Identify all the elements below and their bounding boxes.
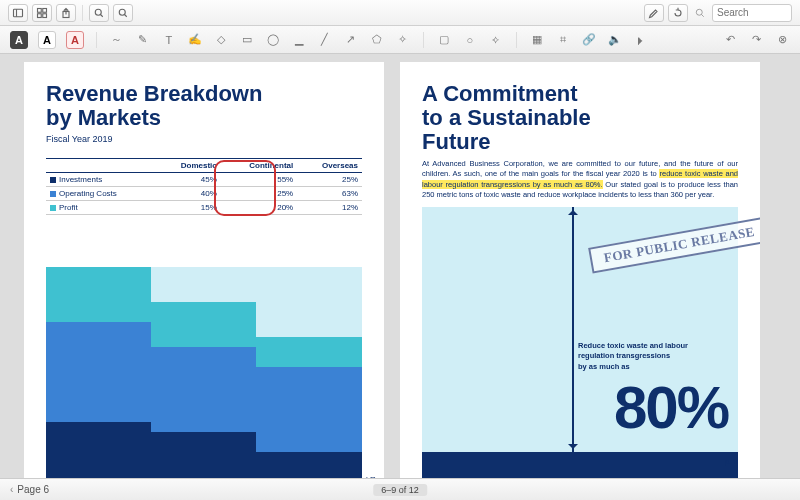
- note-tool-icon[interactable]: ▭: [239, 32, 255, 48]
- svg-rect-4: [38, 13, 42, 17]
- line-tool-icon[interactable]: ╱: [317, 32, 333, 48]
- revenue-table: DomesticContinentalOverseas Investments4…: [46, 158, 362, 215]
- sketch-tool-icon[interactable]: ～: [109, 32, 125, 48]
- star-tool-icon[interactable]: ✧: [395, 32, 411, 48]
- infographic-caption: Reduce toxic waste and labourregulation …: [578, 341, 728, 373]
- page-left: Revenue Breakdownby Markets Fiscal Year …: [24, 62, 384, 478]
- table-row: Investments45%55%25%: [46, 173, 362, 187]
- close-markup-button[interactable]: ⊗: [774, 32, 790, 48]
- rotate-button[interactable]: [668, 4, 688, 22]
- table-row: Profit15%20%12%: [46, 201, 362, 215]
- search-input[interactable]: [712, 4, 792, 22]
- svg-rect-3: [43, 8, 47, 12]
- status-bar: ‹ Page 6 6–9 of 12: [0, 478, 800, 500]
- stacked-area-chart: [46, 267, 362, 478]
- polygon-tool-icon[interactable]: ⬠: [369, 32, 385, 48]
- page-number: p. 9: [725, 457, 738, 466]
- arrow-indicator: [572, 207, 574, 452]
- text-strike-button[interactable]: A: [66, 31, 84, 49]
- rect-select-icon[interactable]: ▢: [436, 32, 452, 48]
- arrow-tool-icon[interactable]: ↗: [343, 32, 359, 48]
- redo-button[interactable]: ↷: [748, 32, 764, 48]
- svg-point-7: [95, 9, 101, 15]
- crop-tool-icon[interactable]: ⌗: [555, 32, 571, 48]
- highlight-tool-icon[interactable]: ▁: [291, 32, 307, 48]
- table-row: Operating Costs40%25%63%: [46, 187, 362, 201]
- svg-line-10: [125, 14, 127, 16]
- search-icon: [692, 5, 708, 21]
- lasso-select-icon[interactable]: ⟡: [488, 32, 504, 48]
- loupe-tool-icon[interactable]: ◯: [265, 32, 281, 48]
- body-paragraph: At Advanced Business Corporation, we are…: [422, 159, 738, 201]
- page-range-indicator: 6–9 of 12: [373, 484, 427, 496]
- zoom-in-button[interactable]: [89, 4, 109, 22]
- oval-select-icon[interactable]: ○: [462, 32, 478, 48]
- svg-point-11: [696, 9, 702, 15]
- sidebar-toggle-button[interactable]: [8, 4, 28, 22]
- text-color-button[interactable]: A: [38, 31, 56, 49]
- markup-button[interactable]: [644, 4, 664, 22]
- thumbnails-button[interactable]: [32, 4, 52, 22]
- svg-rect-5: [43, 13, 47, 17]
- svg-point-9: [119, 9, 125, 15]
- speaker-tool-icon[interactable]: 🔈: [607, 32, 623, 48]
- svg-line-12: [702, 14, 704, 16]
- mask-tool-icon[interactable]: ▦: [529, 32, 545, 48]
- page-subtitle: Fiscal Year 2019: [46, 134, 362, 144]
- share-button[interactable]: [56, 4, 76, 22]
- draw-tool-icon[interactable]: ✎: [135, 32, 151, 48]
- svg-rect-0: [14, 9, 23, 17]
- page-footer: Annual Report 2019: [343, 475, 384, 478]
- prev-page-button[interactable]: ‹: [10, 484, 13, 495]
- page-indicator: Page 6: [17, 484, 49, 495]
- link-tool-icon[interactable]: 🔗: [581, 32, 597, 48]
- media-tool-icon[interactable]: ⏵: [633, 32, 649, 48]
- sign-tool-icon[interactable]: ✍: [187, 32, 203, 48]
- undo-button[interactable]: ↶: [722, 32, 738, 48]
- viewer-toolbar: [0, 0, 800, 26]
- shapes-tool-icon[interactable]: ◇: [213, 32, 229, 48]
- text-tool-icon[interactable]: T: [161, 32, 177, 48]
- text-style-button[interactable]: A: [10, 31, 28, 49]
- svg-rect-2: [38, 8, 42, 12]
- markup-toolbar: A A A ～ ✎ T ✍ ◇ ▭ ◯ ▁ ╱ ↗ ⬠ ✧ ▢ ○ ⟡ ▦ ⌗ …: [0, 26, 800, 54]
- page-title: A Commitmentto a SustainableFuture: [422, 82, 738, 155]
- page-right: A Commitmentto a SustainableFuture At Ad…: [400, 62, 760, 478]
- svg-line-8: [101, 14, 103, 16]
- infographic-number: 80%: [614, 373, 728, 442]
- page-title: Revenue Breakdownby Markets: [46, 82, 362, 130]
- document-viewport[interactable]: Revenue Breakdownby Markets Fiscal Year …: [0, 54, 800, 478]
- zoom-out-button[interactable]: [113, 4, 133, 22]
